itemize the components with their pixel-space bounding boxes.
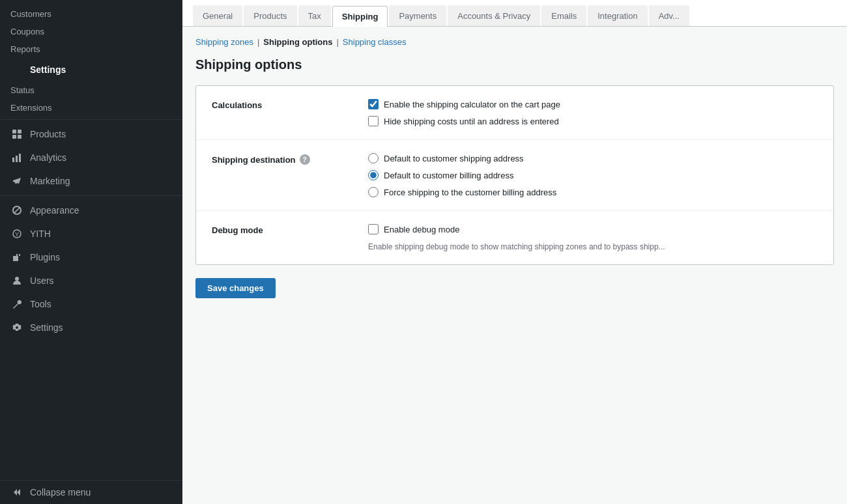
- tab-emails[interactable]: Emails: [541, 5, 586, 26]
- svg-rect-2: [12, 135, 16, 139]
- sidebar-item-marketing[interactable]: Marketing: [0, 169, 182, 193]
- sidebar-item-customers[interactable]: Customers: [0, 5, 182, 23]
- svg-rect-4: [12, 158, 14, 162]
- calc-field-1: Enable the shipping calculator on the ca…: [368, 99, 818, 109]
- sidebar-divider-1: [0, 119, 182, 120]
- breadcrumb-sep-1: |: [257, 37, 259, 47]
- label-with-help: Shipping destination ?: [212, 154, 355, 165]
- svg-rect-5: [16, 156, 18, 162]
- dest-field-2: Default to customer billing address: [368, 170, 818, 180]
- sidebar-bottom: Collapse menu: [0, 480, 182, 504]
- products-icon: [10, 128, 23, 141]
- tab-tax[interactable]: Tax: [298, 5, 331, 26]
- tabs-bar: General Products Tax Shipping Payments A…: [182, 0, 847, 27]
- content-area: Shipping zones | Shipping options | Ship…: [182, 27, 847, 504]
- svg-rect-9: [13, 256, 18, 261]
- sidebar-item-users[interactable]: Users: [0, 269, 182, 292]
- shipping-destination-field: Default to customer shipping address Def…: [368, 153, 818, 197]
- svg-rect-1: [18, 130, 22, 133]
- analytics-icon: [10, 151, 23, 164]
- tab-general[interactable]: General: [193, 5, 242, 26]
- breadcrumb-shipping-classes[interactable]: Shipping classes: [343, 37, 407, 47]
- sidebar-item-tools[interactable]: Tools: [0, 292, 182, 316]
- sidebar-divider-2: [0, 195, 182, 196]
- page-title: Shipping options: [195, 57, 834, 72]
- breadcrumb-shipping-zones[interactable]: Shipping zones: [195, 37, 253, 47]
- tab-advanced[interactable]: Adv...: [649, 5, 689, 26]
- sidebar-item-appearance[interactable]: Appearance: [0, 199, 182, 222]
- sidebar-item-coupons[interactable]: Coupons: [0, 23, 182, 40]
- tab-accounts-privacy[interactable]: Accounts & Privacy: [448, 5, 540, 26]
- sidebar-item-extensions[interactable]: Extensions: [0, 99, 182, 117]
- collapse-menu-button[interactable]: Collapse menu: [0, 481, 182, 504]
- sidebar-item-status[interactable]: Status: [0, 81, 182, 99]
- settings2-icon: [10, 321, 23, 334]
- users-icon: [10, 274, 23, 287]
- dest-radio-3[interactable]: [368, 187, 379, 197]
- shipping-destination-label: Shipping destination ?: [212, 153, 355, 165]
- debug-label[interactable]: Enable debug mode: [384, 225, 459, 234]
- svg-rect-0: [12, 130, 16, 133]
- calculations-field: Enable the shipping calculator on the ca…: [368, 99, 818, 126]
- sidebar-item-plugins[interactable]: Plugins: [0, 245, 182, 269]
- tools-icon: [10, 298, 23, 311]
- dest-label-1[interactable]: Default to customer shipping address: [384, 154, 524, 163]
- dest-radio-1[interactable]: [368, 153, 379, 163]
- dest-field-1: Default to customer shipping address: [368, 153, 818, 163]
- calc-label-2[interactable]: Hide shipping costs until an address is …: [384, 117, 559, 126]
- debug-checkbox[interactable]: [368, 224, 379, 234]
- sidebar: Customers Coupons Reports Settings Statu…: [0, 0, 182, 504]
- debug-mode-label: Debug mode: [212, 224, 355, 235]
- debug-field-1: Enable debug mode: [368, 224, 818, 234]
- tab-shipping[interactable]: Shipping: [332, 6, 388, 27]
- main-content: General Products Tax Shipping Payments A…: [182, 0, 847, 504]
- debug-mode-row: Debug mode Enable debug mode Enable ship…: [196, 211, 833, 264]
- sidebar-item-analytics[interactable]: Analytics: [0, 146, 182, 169]
- calculations-label: Calculations: [212, 99, 355, 110]
- plugins-icon: [10, 251, 23, 264]
- debug-help-text: Enable shipping debug mode to show match…: [368, 242, 818, 251]
- collapse-icon: [10, 486, 23, 499]
- dest-radio-2[interactable]: [368, 170, 379, 180]
- sidebar-item-settings2[interactable]: Settings: [0, 316, 182, 339]
- breadcrumb-shipping-options: Shipping options: [263, 37, 332, 47]
- appearance-icon: [10, 204, 23, 217]
- dest-label-2[interactable]: Default to customer billing address: [384, 171, 513, 180]
- tab-products[interactable]: Products: [244, 5, 296, 26]
- breadcrumb-sep-2: |: [336, 37, 338, 47]
- debug-mode-field: Enable debug mode Enable shipping debug …: [368, 224, 818, 251]
- dest-field-3: Force shipping to the customer billing a…: [368, 187, 818, 197]
- dest-label-3[interactable]: Force shipping to the customer billing a…: [384, 188, 556, 197]
- svg-rect-6: [19, 154, 21, 162]
- breadcrumb: Shipping zones | Shipping options | Ship…: [195, 37, 834, 47]
- settings-card: Calculations Enable the shipping calcula…: [195, 85, 834, 265]
- svg-text:Y: Y: [15, 231, 19, 238]
- svg-point-10: [15, 277, 19, 281]
- sidebar-item-settings[interactable]: Settings: [0, 58, 182, 81]
- calc-checkbox-2[interactable]: [368, 116, 379, 126]
- calculations-row: Calculations Enable the shipping calcula…: [196, 86, 833, 140]
- calc-checkbox-1[interactable]: [368, 99, 379, 109]
- calc-label-1[interactable]: Enable the shipping calculator on the ca…: [384, 100, 560, 109]
- help-icon[interactable]: ?: [300, 154, 310, 165]
- sidebar-item-yith[interactable]: Y YITH: [0, 222, 182, 245]
- yith-icon: Y: [10, 227, 23, 240]
- svg-rect-3: [18, 135, 22, 139]
- shipping-destination-row: Shipping destination ? Default to custom…: [196, 140, 833, 211]
- marketing-icon: [10, 175, 23, 188]
- save-button[interactable]: Save changes: [195, 278, 276, 298]
- tab-integration[interactable]: Integration: [588, 5, 647, 26]
- settings-icon: [10, 63, 23, 76]
- calc-field-2: Hide shipping costs until an address is …: [368, 116, 818, 126]
- sidebar-item-reports[interactable]: Reports: [0, 40, 182, 58]
- tab-payments[interactable]: Payments: [389, 5, 446, 26]
- sidebar-item-products[interactable]: Products: [0, 122, 182, 146]
